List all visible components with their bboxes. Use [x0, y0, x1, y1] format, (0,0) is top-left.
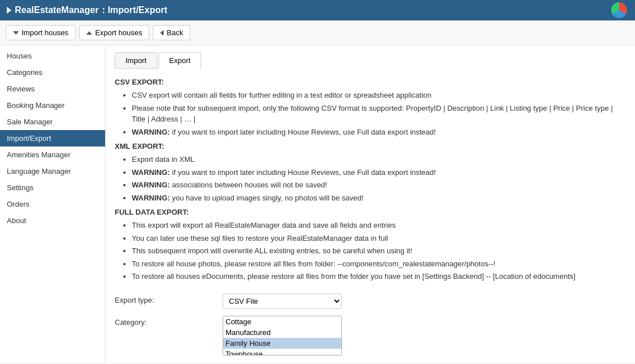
xml-export-section: XML EXPORT: Export data in XML WARNING: … [115, 142, 626, 203]
joomla-icon [610, 1, 628, 19]
main-content: Import Export CSV EXPORT: CSV export wil… [106, 45, 635, 363]
csv-export-list: CSV export will contain all fields for f… [115, 90, 626, 137]
back-button[interactable]: Back [153, 25, 190, 40]
csv-export-section: CSV EXPORT: CSV export will contain all … [115, 78, 626, 137]
category-row: Category: Cottage Manufactured Family Ho… [115, 316, 626, 355]
sidebar-item-amenities-manager[interactable]: Amenities Manager [0, 147, 105, 163]
import-btn-label: Import houses [22, 28, 68, 37]
list-item: This subsequent import will overwrite AL… [132, 245, 626, 257]
list-item: WARNING: if you want to import later inc… [132, 167, 626, 178]
sidebar-item-categories[interactable]: Categories [0, 64, 105, 81]
toolbar: Import houses Export houses Back [0, 20, 635, 45]
csv-export-title: CSV EXPORT: [115, 78, 626, 86]
export-btn-label: Export houses [95, 28, 142, 37]
title-bar-left: RealEstateManager：Import/Export [7, 5, 168, 16]
sidebar-item-language-manager[interactable]: Language Manager [0, 163, 105, 179]
sidebar-item-orders[interactable]: Orders [0, 196, 105, 212]
sidebar-item-houses[interactable]: Houses [0, 48, 105, 64]
category-option-cottage: Cottage [223, 316, 341, 327]
import-houses-button[interactable]: Import houses [6, 25, 76, 40]
list-item: WARNING: associations between houses wil… [132, 179, 626, 191]
category-option-manufactured: Manufactured [223, 327, 341, 338]
category-option-family: Family House [223, 338, 341, 349]
sidebar-item-reviews[interactable]: Reviews [0, 81, 105, 97]
export-houses-button[interactable]: Export houses [79, 25, 149, 40]
xml-export-list: Export data in XML WARNING: if you want … [115, 154, 626, 203]
back-arrow-icon [160, 30, 164, 36]
full-export-list: This export will export all RealEstateMa… [115, 220, 626, 282]
sidebar-item-about[interactable]: About [0, 212, 105, 229]
xml-export-title: XML EXPORT: [115, 142, 626, 150]
import-arrow-icon [13, 31, 19, 35]
list-item: This export will export all RealEstateMa… [132, 220, 626, 231]
full-export-title: FULL DATA EXPORT: [115, 208, 626, 216]
category-control: Cottage Manufactured Family House Townho… [223, 316, 626, 355]
tab-import[interactable]: Import [115, 52, 157, 69]
list-item: To restore all houses eDocuments, please… [132, 271, 626, 282]
export-type-row: Export type: CSV File XML File Full Data [115, 294, 626, 309]
sidebar-item-sale-manager[interactable]: Sale Manager [0, 114, 105, 130]
list-item: To restore all house photos, please rest… [132, 258, 626, 270]
tab-bar: Import Export [115, 52, 626, 69]
export-type-control: CSV File XML File Full Data [223, 294, 626, 309]
title-arrow-icon [7, 7, 11, 14]
sidebar-item-import-export[interactable]: Import/Export [0, 130, 105, 147]
list-item: Please note that for subsequent import, … [132, 103, 626, 125]
sidebar: Houses Categories Reviews Booking Manage… [0, 45, 106, 363]
back-btn-label: Back [166, 28, 183, 37]
export-type-label: Export type: [115, 294, 223, 304]
export-form: Export type: CSV File XML File Full Data… [115, 294, 626, 355]
tab-export[interactable]: Export [158, 52, 202, 69]
list-item: You can later use these sql files to res… [132, 233, 626, 244]
layout: Houses Categories Reviews Booking Manage… [0, 45, 635, 363]
export-arrow-icon [86, 31, 92, 35]
joomla-logo [611, 2, 627, 18]
list-item: CSV export will contain all fields for f… [132, 90, 626, 101]
list-item: Export data in XML [132, 154, 626, 165]
list-item: WARNING: if you want to import later inc… [132, 127, 626, 138]
full-export-section: FULL DATA EXPORT: This export will expor… [115, 208, 626, 282]
list-item: WARNING: you have to upload images singl… [132, 193, 626, 204]
sidebar-item-settings[interactable]: Settings [0, 179, 105, 196]
category-label: Category: [115, 316, 223, 327]
app-title: RealEstateManager：Import/Export [15, 5, 168, 16]
category-listbox[interactable]: Cottage Manufactured Family House Townho… [223, 316, 342, 355]
export-type-select[interactable]: CSV File XML File Full Data [223, 294, 342, 309]
category-option-townhouse: Townhouse [223, 349, 341, 355]
title-bar: RealEstateManager：Import/Export [0, 0, 635, 20]
sidebar-item-booking-manager[interactable]: Booking Manager [0, 97, 105, 114]
